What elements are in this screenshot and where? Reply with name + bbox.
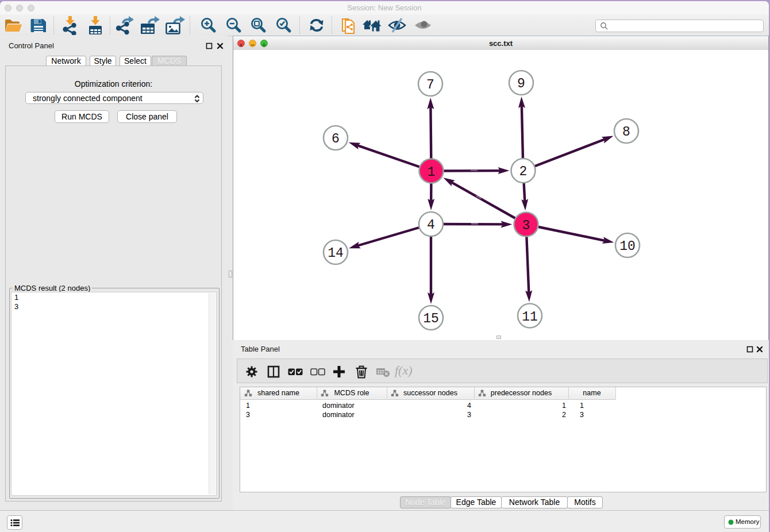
svg-text:11: 11: [522, 310, 538, 325]
svg-text:7: 7: [426, 78, 434, 92]
svg-text:9: 9: [517, 76, 525, 91]
svg-text:6: 6: [332, 132, 340, 147]
svg-text:3: 3: [522, 218, 530, 233]
svg-text:2: 2: [519, 164, 528, 179]
svg-text:8: 8: [622, 125, 630, 140]
svg-text:10: 10: [619, 239, 636, 254]
svg-text:14: 14: [328, 246, 344, 261]
svg-text:1: 1: [428, 165, 436, 180]
svg-text:15: 15: [423, 311, 439, 326]
svg-text:4: 4: [427, 218, 435, 233]
